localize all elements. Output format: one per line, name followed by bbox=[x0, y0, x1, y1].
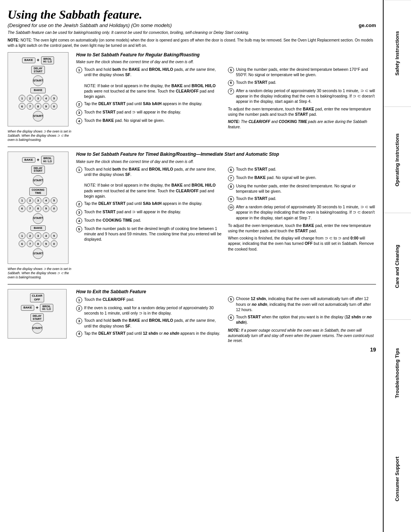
oven-diagram-1: BAKE + BROILHI / LO DELAYSTART START BAK… bbox=[8, 52, 68, 127]
section2-diagram: BAKE + BROILHI / LO DELAYSTART START COO… bbox=[8, 152, 76, 280]
sidebar-troubleshooting: Troubleshooting Tips bbox=[384, 320, 411, 426]
num-9-1: 9 bbox=[43, 103, 49, 110]
num-2-2: 2 bbox=[27, 197, 33, 204]
section2-steps-list-right: 6 Touch the START pad. 7 Touch the BAKE … bbox=[228, 166, 376, 220]
bake-pad-1: BAKE bbox=[30, 88, 46, 93]
num-6-2d: 6 bbox=[19, 240, 25, 247]
step-2-10: 10 After a random delay period of approx… bbox=[228, 204, 376, 220]
num-2-1: 2 bbox=[27, 95, 33, 102]
num-1-1: 1 bbox=[19, 95, 25, 102]
num-4-2c: 4 bbox=[43, 232, 49, 239]
start-btn-3: START bbox=[32, 323, 43, 334]
bake-btn-3: BAKE bbox=[21, 305, 34, 311]
num-1-2: 1 bbox=[19, 197, 25, 204]
section2-cooking-finished: When cooking is finished, the display wi… bbox=[228, 235, 376, 252]
bake-btn-1: BAKE bbox=[22, 58, 35, 63]
main-content: Using the Sabbath feature. (Designed for… bbox=[0, 0, 384, 532]
divider-1 bbox=[8, 147, 376, 147]
section1-steps-list-left: 1 Touch and hold both the BAKE and BROIL… bbox=[76, 67, 224, 124]
section2-header: How to Set Sabbath Feature for Timed Bak… bbox=[76, 152, 376, 158]
section2-content: How to Set Sabbath Feature for Timed Bak… bbox=[76, 152, 376, 280]
num-7-2d: 7 bbox=[27, 240, 33, 247]
step-2-9: 9 Touch the START pad. bbox=[228, 196, 376, 202]
sidebar-operating: Operating Instructions bbox=[384, 107, 411, 213]
section1-steps-left: 1 Touch and hold both the BAKE and BROIL… bbox=[76, 67, 224, 129]
step-2-8: 8 Using the number pads, enter the desir… bbox=[228, 183, 376, 194]
broil-btn-3: BROILHI / LO bbox=[40, 304, 53, 312]
section2-note: Make sure the clock shows the correct ti… bbox=[76, 159, 376, 164]
note-text: NOTE: NOTE: The oven light comes on auto… bbox=[8, 38, 376, 48]
section2-steps-area: 1 Touch and hold both the BAKE and BROIL… bbox=[76, 166, 376, 252]
num-2-2c: 2 bbox=[27, 232, 33, 239]
step-1-3: 3 Touch the START pad and ⊃ will appear … bbox=[76, 109, 224, 116]
num-0-2: 0 bbox=[51, 205, 57, 212]
oven-caption-1: When the display shows ⊃ the oven is set… bbox=[8, 129, 72, 142]
num-8-2d: 8 bbox=[35, 240, 41, 247]
intro-text: The Sabbath feature can be used for baki… bbox=[8, 30, 376, 35]
delay-start-btn-2: DELAYSTART bbox=[31, 166, 45, 174]
section3-list-left: 1 Touch the CLEAR/OFF pad. 2 If the oven… bbox=[76, 297, 224, 337]
num-4-1: 4 bbox=[43, 95, 49, 102]
step-2-4: 4 Touch the COOKING TIME pad. bbox=[76, 217, 224, 224]
num-8-1: 8 bbox=[35, 103, 41, 110]
start-btn-1: START bbox=[33, 75, 43, 86]
start-btn-2c: START bbox=[33, 248, 43, 259]
section3-steps-right: 5 Choose 12 shdn, indicating that the ov… bbox=[228, 289, 376, 352]
section1-adj: To adjust the oven temperature, touch th… bbox=[228, 106, 376, 117]
section3-steps-left: How to Exit the Sabbath Feature 1 Touch … bbox=[76, 289, 228, 352]
bake-pad-2: BAKE bbox=[30, 225, 46, 231]
section2-steps-list-left: 1 Touch and hold both the BAKE and BROIL… bbox=[76, 166, 224, 242]
step-3-6: 6 Touch START when the option that you w… bbox=[228, 314, 376, 325]
section1-warn: NOTE: The CLEAR/OFF and COOKING TIME pad… bbox=[228, 119, 376, 129]
oven-diagram-2: BAKE + BROILHI / LO DELAYSTART START COO… bbox=[8, 152, 68, 264]
step-2-3: 3 Touch the START pad and ⊃ will appear … bbox=[76, 209, 224, 216]
section1: BAKE + BROILHI / LO DELAYSTART START BAK… bbox=[8, 52, 376, 142]
step-1-5: 5 Using the number pads, enter the desir… bbox=[228, 67, 376, 77]
clear-off-btn: CLEAROFF bbox=[30, 293, 45, 302]
step-2-5: 5 Touch the number pads to set the desir… bbox=[76, 226, 224, 242]
section1-steps-area: 1 Touch and hold both the BAKE and BROIL… bbox=[76, 67, 376, 129]
page-number: 19 bbox=[228, 347, 376, 353]
num-3-1: 3 bbox=[35, 95, 41, 102]
sidebar-safety: Safety Instructions bbox=[384, 0, 411, 107]
section1-steps-list-right: 5 Using the number pads, enter the desir… bbox=[228, 67, 376, 104]
page-title: Using the Sabbath feature. bbox=[8, 8, 376, 22]
section3-list-right: 5 Choose 12 shdn, indicating that the ov… bbox=[228, 296, 376, 325]
num-9-2d: 9 bbox=[43, 240, 49, 247]
section2-adj: To adjust the oven temperature, touch th… bbox=[228, 223, 376, 233]
section2-steps-right: 6 Touch the START pad. 7 Touch the BAKE … bbox=[228, 166, 376, 252]
num-row-2b: 6 7 8 9 0 bbox=[11, 205, 65, 212]
section1-steps-right: 5 Using the number pads, enter the desir… bbox=[228, 67, 376, 129]
start-btn-2: START bbox=[33, 175, 43, 186]
section1-content: How to Set Sabbath Feature for Regular B… bbox=[76, 52, 376, 142]
num-7-2: 7 bbox=[27, 205, 33, 212]
step-3-4: 4 Tap the DELAY START pad until 12 shdn … bbox=[76, 331, 224, 337]
num-row-1b: 6 7 8 9 0 bbox=[11, 103, 65, 110]
step-2-7: 7 Touch the BAKE pad. No signal will be … bbox=[228, 175, 376, 181]
step-3-3: 3 Touch and hold both the BAKE and BROIL… bbox=[76, 318, 224, 328]
num-3-2c: 3 bbox=[35, 232, 41, 239]
section1-header: How to Set Sabbath Feature for Regular B… bbox=[76, 52, 376, 58]
num-9-2: 9 bbox=[43, 205, 49, 212]
cooking-time-btn: COOKINGTIME bbox=[29, 187, 46, 195]
num-3-2: 3 bbox=[35, 197, 41, 204]
step-1-4: 4 Touch the BAKE pad. No signal will be … bbox=[76, 118, 224, 124]
step-3-1: 1 Touch the CLEAR/OFF pad. bbox=[76, 297, 224, 303]
delay-start-btn-1: DELAYSTART bbox=[31, 66, 45, 74]
num-0-1: 0 bbox=[51, 103, 57, 110]
section3: CLEAROFF BAKE + BROILHI / LO DELAYSTART … bbox=[8, 289, 376, 352]
section3-diagram: CLEAROFF BAKE + BROILHI / LO DELAYSTART … bbox=[8, 289, 76, 352]
section1-diagram: BAKE + BROILHI / LO DELAYSTART START BAK… bbox=[8, 52, 76, 142]
divider-2 bbox=[8, 284, 376, 284]
broil-btn-1: BROILHI / LO bbox=[41, 56, 54, 64]
step-3-2: 2 If the oven is cooking, wait for a ran… bbox=[76, 305, 224, 316]
plus-1: + bbox=[37, 58, 40, 63]
step-1-1: 1 Touch and hold both the BAKE and BROIL… bbox=[76, 67, 224, 99]
ge-com-label: ge.com bbox=[358, 22, 376, 28]
page-subtitle: (Designed for use on the Jewish Sabbath … bbox=[8, 22, 172, 28]
num-row-1a: 1 2 3 4 5 bbox=[11, 95, 65, 102]
section2: BAKE + BROILHI / LO DELAYSTART START COO… bbox=[8, 152, 376, 280]
step-2-1: 1 Touch and hold both the BAKE and BROIL… bbox=[76, 166, 224, 199]
num-row-2c: 1 2 3 4 5 bbox=[11, 232, 65, 239]
delay-start-btn-3: DELAYSTART bbox=[30, 313, 44, 321]
